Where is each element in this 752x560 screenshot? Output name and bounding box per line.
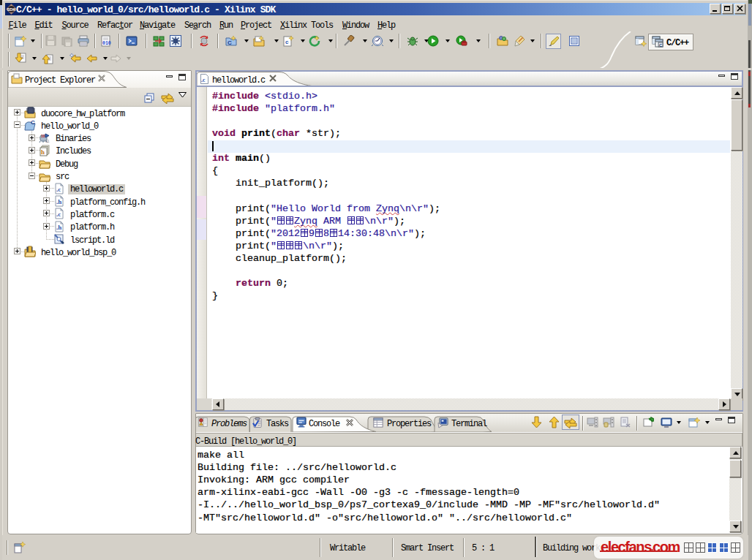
svg-text:.c: .c xyxy=(56,186,61,193)
svg-text:.h: .h xyxy=(56,224,61,231)
svg-text:SDK: SDK xyxy=(7,7,16,12)
svg-text:C: C xyxy=(31,119,35,126)
svg-text:.h: .h xyxy=(56,198,61,205)
svg-text:01: 01 xyxy=(45,139,50,143)
svg-text:c: c xyxy=(285,39,289,45)
svg-text:h: h xyxy=(41,148,45,156)
svg-text:.c: .c xyxy=(201,77,206,83)
svg-text:.c: .c xyxy=(56,211,61,218)
svg-text:C: C xyxy=(659,43,663,48)
svg-text:10: 10 xyxy=(41,134,45,138)
svg-text:C: C xyxy=(228,39,232,46)
svg-text:010: 010 xyxy=(102,41,111,46)
